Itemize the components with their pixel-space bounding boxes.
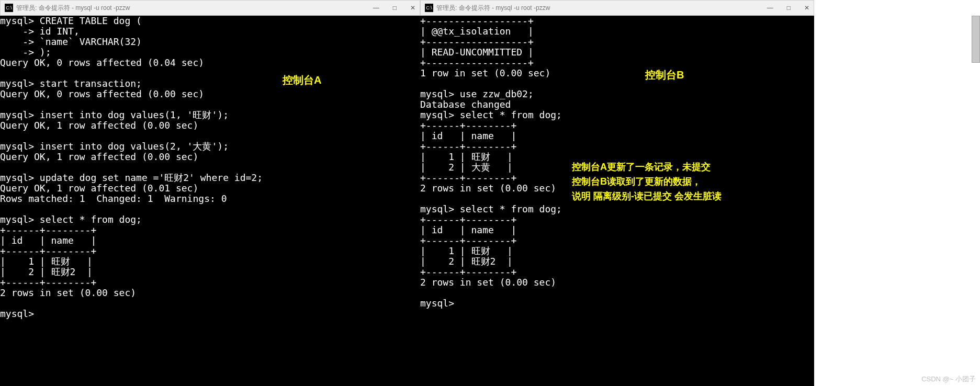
window-title-b: 管理员: 命令提示符 - mysql -u root -pzzw (436, 4, 767, 13)
watermark: CSDN @~ 小团子 (921, 374, 976, 384)
console-window-a: C:\ 管理员: 命令提示符 - mysql -u root -pzzw — □… (0, 0, 420, 386)
minimize-button-b[interactable]: — (767, 4, 773, 12)
window-title-a: 管理员: 命令提示符 - mysql -u root -pzzw (16, 4, 373, 13)
cmd-icon: C:\ (5, 4, 13, 12)
close-button-a[interactable]: ✕ (410, 4, 415, 12)
cmd-icon: C:\ (425, 4, 433, 12)
scrollbar-thumb[interactable] (972, 16, 980, 63)
console-window-b: C:\ 管理员: 命令提示符 - mysql -u root -pzzw — □… (420, 0, 814, 386)
minimize-button-a[interactable]: — (373, 4, 379, 12)
titlebar-a[interactable]: C:\ 管理员: 命令提示符 - mysql -u root -pzzw — □… (0, 0, 420, 16)
titlebar-b[interactable]: C:\ 管理员: 命令提示符 - mysql -u root -pzzw — □… (420, 0, 814, 16)
close-button-b[interactable]: ✕ (804, 4, 809, 12)
maximize-button-b[interactable]: □ (787, 4, 791, 12)
blank-area (814, 0, 980, 386)
terminal-output-b[interactable]: +------------------+ | @@tx_isolation | … (420, 16, 814, 386)
maximize-button-a[interactable]: □ (393, 4, 397, 12)
terminal-output-a[interactable]: mysql> CREATE TABLE dog ( -> id INT, -> … (0, 16, 420, 386)
